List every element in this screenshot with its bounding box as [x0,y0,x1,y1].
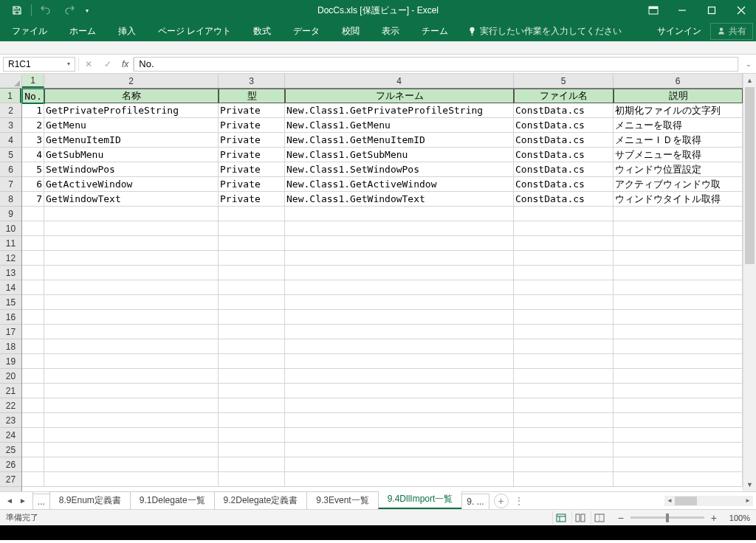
column-header[interactable]: 6 [614,74,743,88]
cell[interactable] [22,221,44,236]
row-header[interactable]: 12 [0,251,21,266]
cell[interactable]: ウィンドウタイトル取得 [614,192,743,207]
cell[interactable] [44,443,219,457]
cell[interactable] [22,369,44,384]
scroll-down-button[interactable]: ▼ [743,478,756,491]
cell[interactable]: メニューＩＤを取得 [614,133,743,148]
cell[interactable] [285,236,514,251]
cell[interactable]: SetWindowPos [44,162,219,177]
header-cell[interactable]: フルネーム [285,89,514,103]
cell[interactable] [219,236,285,251]
cell[interactable]: New.Class1.GetSubMenu [285,148,514,162]
cell[interactable] [44,325,219,339]
zoom-level[interactable]: 100% [729,513,750,522]
scroll-thumb[interactable] [675,497,697,505]
cell[interactable]: GetPrivateProfileString [44,103,219,118]
header-cell[interactable]: 名称 [44,89,219,103]
close-button[interactable] [726,0,756,21]
row-header[interactable]: 27 [0,472,21,487]
cell[interactable] [614,384,743,398]
cell[interactable] [44,295,219,310]
cell[interactable] [22,413,44,428]
cell[interactable] [285,339,514,354]
cell[interactable] [614,354,743,369]
row-header[interactable]: 20 [0,369,21,384]
tab-page-layout[interactable]: ページ レイアウト [149,21,240,41]
cell[interactable] [219,207,285,221]
cancel-formula-button[interactable]: ✕ [79,56,98,72]
cell[interactable]: 7 [22,192,44,207]
cell[interactable] [514,443,614,457]
cell[interactable] [22,251,44,266]
row-header[interactable]: 2 [0,103,21,118]
cell[interactable] [219,280,285,295]
cell[interactable]: 1 [22,103,44,118]
cell[interactable]: GetMenuItemID [44,133,219,148]
cell[interactable]: ConstData.cs [514,148,614,162]
cell[interactable] [614,457,743,472]
scroll-up-button[interactable]: ▲ [743,74,756,87]
sheet-nav-next-button[interactable]: ► [18,495,28,506]
cell[interactable] [22,207,44,221]
row-header[interactable]: 21 [0,384,21,398]
row-header[interactable]: 11 [0,236,21,251]
cell[interactable]: 4 [22,148,44,162]
cell[interactable] [22,266,44,280]
row-header[interactable]: 24 [0,428,21,443]
cell[interactable]: Private [219,192,285,207]
cell[interactable] [22,325,44,339]
row-header[interactable]: 15 [0,295,21,310]
zoom-out-button[interactable]: − [616,512,626,524]
row-header[interactable]: 8 [0,192,21,207]
cell[interactable]: New.Class1.GetMenu [285,118,514,133]
tab-data[interactable]: データ [284,21,329,41]
cell[interactable] [285,384,514,398]
sheet-tab-more[interactable]: ... [32,494,50,509]
cell[interactable] [44,457,219,472]
row-header[interactable]: 13 [0,266,21,280]
cell[interactable] [285,251,514,266]
zoom-in-button[interactable]: + [709,512,719,524]
cell[interactable] [44,472,219,487]
row-header[interactable]: 17 [0,325,21,339]
cell[interactable] [614,295,743,310]
cell[interactable]: メニューを取得 [614,118,743,133]
cell[interactable] [22,339,44,354]
cell[interactable] [514,472,614,487]
enter-formula-button[interactable]: ✓ [98,56,117,72]
cell[interactable]: ConstData.cs [514,192,614,207]
cell[interactable]: 初期化ファイルの文字列 [614,103,743,118]
row-header[interactable]: 4 [0,133,21,148]
cell[interactable] [614,472,743,487]
column-header[interactable]: 1 [22,74,44,88]
cell[interactable] [285,207,514,221]
add-sheet-button[interactable]: + [494,494,509,508]
cell[interactable] [514,221,614,236]
undo-button[interactable] [35,1,57,20]
cell[interactable] [614,310,743,325]
cell[interactable] [22,236,44,251]
row-header[interactable]: 16 [0,310,21,325]
cell[interactable] [614,428,743,443]
cell[interactable] [285,398,514,413]
horizontal-scrollbar[interactable]: ◄ ► [664,496,753,506]
qat-customize-button[interactable]: ▾ [82,1,92,20]
header-cell[interactable]: 説明 [614,89,743,103]
cell[interactable] [219,369,285,384]
cell[interactable]: サブメニューを取得 [614,148,743,162]
row-header[interactable]: 18 [0,339,21,354]
row-header[interactable]: 5 [0,148,21,162]
name-box[interactable]: R1C1 ▾ [3,57,75,72]
cell[interactable]: ConstData.cs [514,133,614,148]
cell[interactable] [614,369,743,384]
cell[interactable] [44,428,219,443]
cell[interactable]: Private [219,162,285,177]
cell[interactable] [514,280,614,295]
page-break-view-button[interactable] [591,511,608,525]
cell[interactable]: ConstData.cs [514,103,614,118]
row-header[interactable]: 14 [0,280,21,295]
cell[interactable] [514,369,614,384]
cell[interactable]: アクティブウィンドウ取 [614,177,743,192]
column-header[interactable]: 2 [44,74,219,88]
cell[interactable]: GetMenu [44,118,219,133]
